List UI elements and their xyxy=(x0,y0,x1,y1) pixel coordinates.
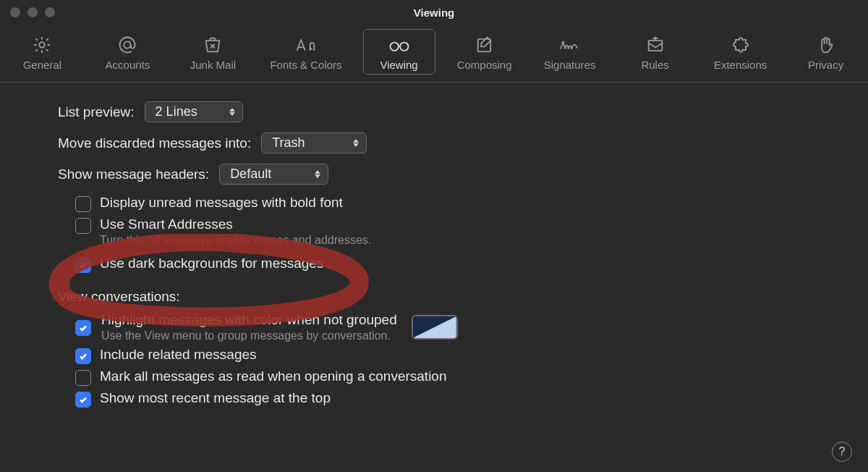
include-related-checkbox[interactable] xyxy=(75,348,91,364)
settings-pane: List preview: 2 Lines Move discarded mes… xyxy=(0,83,868,408)
tab-signatures[interactable]: Signatures xyxy=(534,29,606,75)
junk-icon xyxy=(203,34,223,56)
help-icon: ? xyxy=(839,445,846,458)
puzzle-icon xyxy=(731,34,751,56)
rules-icon xyxy=(645,34,665,56)
close-window-button[interactable] xyxy=(10,7,20,17)
tab-general[interactable]: General xyxy=(6,29,78,75)
tab-junk-mail[interactable]: Junk Mail xyxy=(176,29,249,75)
recent-top-label: Show most recent message at the top xyxy=(100,390,331,406)
highlight-label: Highlight messages with color when not g… xyxy=(101,312,397,328)
chevron-updown-icon xyxy=(229,108,235,116)
smart-addresses-label: Use Smart Addresses xyxy=(100,216,371,232)
tab-fonts-colors[interactable]: Fonts & Colors xyxy=(262,29,349,75)
bold-unread-checkbox[interactable] xyxy=(75,196,91,212)
highlight-checkbox[interactable] xyxy=(75,320,91,336)
tab-composing[interactable]: Composing xyxy=(448,29,521,75)
window-controls xyxy=(10,7,55,17)
mark-read-label: Mark all messages as read when opening a… xyxy=(100,368,447,384)
hand-icon xyxy=(816,34,836,56)
at-icon xyxy=(117,34,137,56)
mark-read-checkbox[interactable] xyxy=(75,370,91,386)
smart-addresses-checkbox[interactable] xyxy=(75,218,91,234)
list-preview-select[interactable]: 2 Lines xyxy=(145,101,243,122)
move-discarded-select[interactable]: Trash xyxy=(261,132,367,153)
gear-icon xyxy=(32,34,52,56)
compose-icon xyxy=(475,34,495,56)
dark-bg-label: Use dark backgrounds for messages xyxy=(100,256,323,271)
tab-accounts[interactable]: Accounts xyxy=(91,29,163,75)
highlight-sub: Use the View menu to group messages by c… xyxy=(101,329,397,342)
list-preview-label: List preview: xyxy=(58,104,135,120)
include-related-label: Include related messages xyxy=(100,347,257,363)
fonts-icon xyxy=(294,34,318,56)
tab-viewing[interactable]: Viewing xyxy=(363,29,435,75)
svg-point-1 xyxy=(124,41,131,48)
recent-top-checkbox[interactable] xyxy=(75,392,91,408)
preferences-toolbar: General Accounts Junk Mail Fonts & Color… xyxy=(0,25,868,83)
signature-icon xyxy=(558,34,582,56)
chevron-updown-icon xyxy=(353,139,359,147)
minimize-window-button[interactable] xyxy=(27,7,38,17)
help-button[interactable]: ? xyxy=(832,442,852,462)
show-headers-label: Show message headers: xyxy=(58,167,209,182)
titlebar: Viewing xyxy=(0,0,868,25)
view-conversations-header: View conversations: xyxy=(58,289,825,305)
zoom-window-button[interactable] xyxy=(45,7,55,17)
tab-rules[interactable]: Rules xyxy=(619,29,692,75)
preferences-window: { "titlebar": { "title": "Viewing" }, "t… xyxy=(0,0,868,472)
chevron-updown-icon xyxy=(315,170,320,178)
bold-unread-label: Display unread messages with bold font xyxy=(100,195,343,211)
svg-rect-5 xyxy=(648,41,662,51)
tab-privacy[interactable]: Privacy xyxy=(790,29,862,75)
svg-point-0 xyxy=(40,42,45,47)
svg-point-2 xyxy=(390,43,398,51)
show-headers-select[interactable]: Default xyxy=(219,164,328,185)
smart-addresses-sub: Turn this off to always display names an… xyxy=(100,234,371,247)
tab-extensions[interactable]: Extensions xyxy=(705,29,777,75)
svg-point-3 xyxy=(400,43,408,51)
glasses-icon xyxy=(387,34,412,56)
window-title: Viewing xyxy=(414,7,454,19)
highlight-color-well[interactable] xyxy=(412,315,458,340)
move-discarded-label: Move discarded messages into: xyxy=(58,135,251,151)
dark-bg-checkbox[interactable] xyxy=(75,257,91,273)
